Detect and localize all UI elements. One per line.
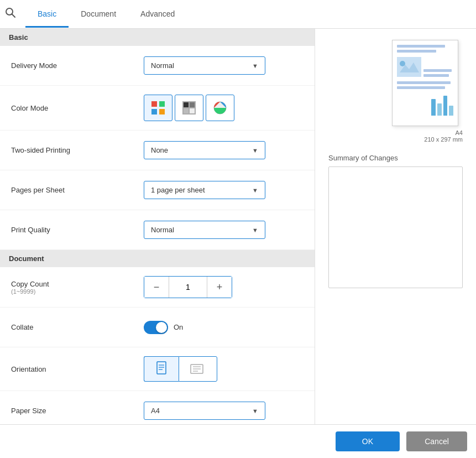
- bottom-bar: OK Cancel: [0, 424, 476, 458]
- preview-line-5: [397, 81, 451, 84]
- tab-basic[interactable]: Basic: [25, 2, 69, 28]
- toggle-knob: [156, 322, 167, 333]
- svg-rect-3: [159, 101, 165, 107]
- color-btn-grayscale[interactable]: [175, 95, 203, 121]
- orientation-group: [144, 356, 304, 382]
- preview-line-2: [397, 50, 436, 53]
- section-header-basic: Basic: [0, 29, 315, 46]
- svg-rect-2: [151, 101, 157, 107]
- two-sided-chevron: ▼: [252, 147, 258, 154]
- right-panel: A4 210 x 297 mm Summary of Changes: [315, 29, 476, 424]
- copy-count-minus[interactable]: −: [144, 277, 169, 298]
- copy-count-plus[interactable]: +: [207, 277, 232, 298]
- copy-count-stepper: − 1 +: [144, 276, 232, 298]
- pages-per-sheet-value: 1 page per sheet: [151, 186, 205, 194]
- copy-count-control: − 1 +: [144, 276, 304, 298]
- orientation-label: Orientation: [11, 365, 144, 373]
- print-quality-dropdown[interactable]: Normal ▼: [144, 221, 265, 239]
- svg-rect-8: [190, 102, 195, 107]
- paper-size-dropdown[interactable]: A4 ▼: [144, 402, 265, 420]
- svg-rect-5: [159, 109, 165, 114]
- orient-btn-portrait[interactable]: [144, 356, 179, 382]
- delivery-mode-dropdown[interactable]: Normal ▼: [144, 56, 265, 75]
- svg-point-22: [400, 61, 405, 66]
- preview-image: [397, 57, 421, 77]
- summary-section: Summary of Changes: [328, 154, 463, 413]
- color-mode-label: Color Mode: [11, 104, 144, 112]
- copy-count-sublabel: (1~9999): [11, 288, 144, 295]
- tab-document[interactable]: Document: [69, 2, 128, 28]
- page-preview: [392, 40, 458, 126]
- svg-rect-20: [397, 57, 421, 77]
- preview-bar-4: [449, 106, 453, 116]
- svg-rect-12: [157, 362, 166, 374]
- two-sided-value: None: [151, 146, 168, 154]
- two-sided-control: None ▼: [144, 141, 304, 159]
- setting-row-delivery-mode: Delivery Mode Normal ▼: [0, 46, 315, 86]
- summary-title: Summary of Changes: [328, 154, 463, 162]
- delivery-mode-chevron: ▼: [252, 63, 258, 69]
- pages-per-sheet-dropdown[interactable]: 1 page per sheet ▼: [144, 181, 265, 199]
- paper-size-label: Paper Size: [11, 407, 144, 415]
- delivery-mode-control: Normal ▼: [144, 56, 304, 75]
- preview-bar-2: [437, 103, 442, 116]
- preview-line-1: [397, 45, 445, 48]
- color-mode-control: [144, 95, 304, 121]
- svg-rect-4: [151, 109, 157, 114]
- preview-bar-1: [431, 99, 436, 116]
- print-quality-value: Normal: [151, 226, 174, 234]
- print-quality-label: Print Quality: [11, 226, 144, 234]
- tabs-bar: Basic Document Advanced: [0, 0, 476, 29]
- svg-rect-7: [184, 102, 189, 107]
- svg-rect-10: [190, 108, 195, 113]
- preview-bar-chart: [431, 96, 453, 116]
- paper-size-control: A4 ▼: [144, 402, 304, 420]
- page-preview-wrap: A4 210 x 297 mm: [328, 40, 463, 143]
- setting-row-orientation: Orientation: [0, 347, 315, 391]
- setting-row-pages-per-sheet: Pages per Sheet 1 page per sheet ▼: [0, 170, 315, 210]
- paper-size-chevron: ▼: [252, 408, 258, 414]
- collate-label: Collate: [11, 323, 144, 331]
- setting-row-copy-count: Copy Count (1~9999) − 1 +: [0, 267, 315, 308]
- setting-row-print-quality: Print Quality Normal ▼: [0, 210, 315, 250]
- pages-per-sheet-chevron: ▼: [252, 187, 258, 194]
- preview-image-row: [397, 57, 453, 77]
- pages-per-sheet-label: Pages per Sheet: [11, 186, 144, 194]
- print-quality-control: Normal ▼: [144, 221, 304, 239]
- main-content: Basic Delivery Mode Normal ▼ Color Mode: [0, 29, 476, 424]
- preview-line-6: [397, 86, 445, 89]
- print-quality-chevron: ▼: [252, 227, 258, 233]
- collate-control: On: [144, 321, 304, 334]
- two-sided-label: Two-sided Printing: [11, 146, 144, 154]
- color-btn-auto[interactable]: [206, 95, 234, 121]
- svg-rect-9: [184, 108, 189, 113]
- delivery-mode-value: Normal: [151, 61, 174, 70]
- ok-button[interactable]: OK: [336, 431, 400, 451]
- svg-line-1: [12, 14, 15, 18]
- collate-toggle-wrap: On: [144, 321, 304, 334]
- collate-toggle-label: On: [174, 323, 183, 331]
- pages-per-sheet-control: 1 page per sheet ▼: [144, 181, 304, 199]
- setting-row-collate: Collate On: [0, 308, 315, 347]
- collate-toggle[interactable]: [144, 321, 168, 334]
- section-header-document: Document: [0, 250, 315, 267]
- setting-row-two-sided: Two-sided Printing None ▼: [0, 131, 315, 170]
- copy-count-label: Copy Count (1~9999): [11, 280, 144, 295]
- color-mode-group: [144, 95, 304, 121]
- two-sided-dropdown[interactable]: None ▼: [144, 141, 265, 159]
- summary-box: [328, 166, 463, 288]
- scrollable-area[interactable]: Basic Delivery Mode Normal ▼ Color Mode: [0, 29, 315, 424]
- preview-line-4: [423, 74, 449, 77]
- search-icon[interactable]: [4, 7, 17, 22]
- page-size-label: A4 210 x 297 mm: [424, 129, 463, 143]
- left-panel: Basic Delivery Mode Normal ▼ Color Mode: [0, 29, 315, 424]
- orient-btn-landscape[interactable]: [179, 356, 217, 382]
- paper-size-value: A4: [151, 407, 160, 415]
- preview-bar-3: [443, 96, 448, 116]
- tab-advanced[interactable]: Advanced: [128, 2, 187, 28]
- setting-row-paper-size: Paper Size A4 ▼: [0, 391, 315, 424]
- orientation-control: [144, 356, 304, 382]
- copy-count-value: 1: [169, 277, 207, 298]
- cancel-button[interactable]: Cancel: [406, 431, 467, 451]
- color-btn-color[interactable]: [144, 95, 172, 121]
